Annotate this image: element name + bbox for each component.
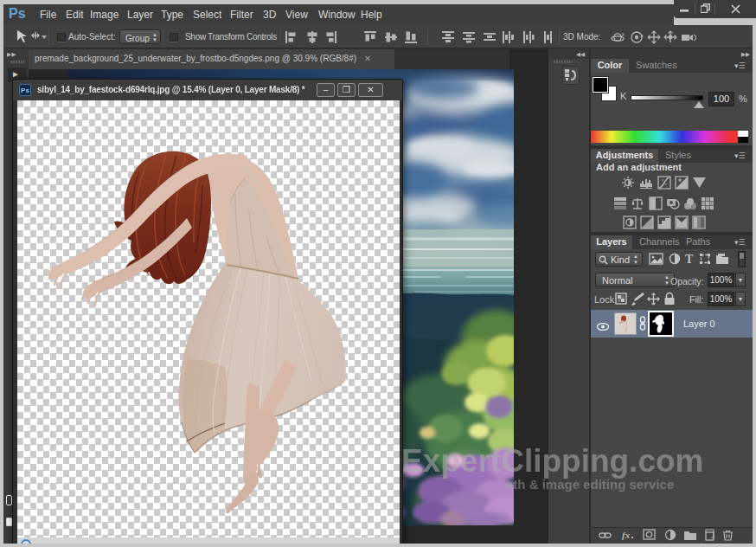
svg-text:T: T [685, 253, 694, 266]
svg-text:fx: fx [622, 530, 631, 540]
